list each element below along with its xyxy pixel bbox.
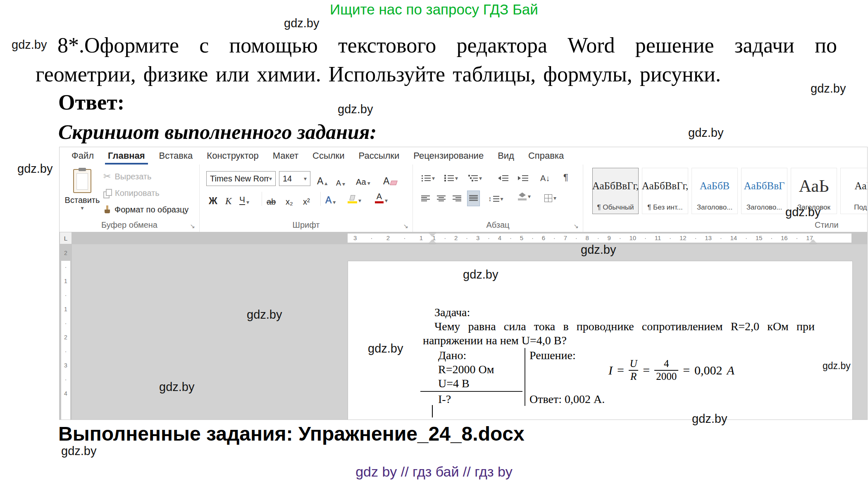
footer-links[interactable]: gdz by // гдз бай // гдз by — [0, 464, 868, 480]
style-label: Заголово... — [746, 203, 782, 212]
font-dialog-launcher-icon[interactable]: ↘ — [403, 223, 408, 229]
highlight-color-button[interactable]: ▾ — [348, 190, 361, 203]
line-spacing-button[interactable]: ↕ ▾ — [488, 193, 503, 205]
underline-button[interactable]: Ч ▾ — [239, 192, 249, 205]
font-color-letter: А — [377, 192, 382, 200]
fraction-4-2000: 4 2000 — [654, 358, 678, 383]
copy-label: Копировать — [115, 188, 160, 198]
justify-button[interactable] — [467, 191, 479, 206]
subscript-button[interactable]: x₂ — [286, 193, 293, 206]
show-marks-button[interactable]: ¶ — [563, 171, 568, 184]
doc-problem-line2: напряжении на нем U=4,0 В? — [423, 334, 567, 347]
decrease-indent-button[interactable] — [498, 172, 508, 184]
font-color-icon: А — [375, 192, 384, 203]
shrink-font-button[interactable]: А ▾ — [336, 174, 345, 187]
watermark: gdz.by — [811, 82, 846, 95]
grow-font-button[interactable]: А ▴ — [317, 173, 327, 186]
styles-group-label: Стили — [815, 220, 868, 230]
clipboard-dialog-launcher-icon[interactable]: ↘ — [190, 223, 195, 229]
sort-button[interactable]: А↓ — [540, 172, 550, 184]
watermark: gdz.by — [247, 308, 282, 322]
style-subtitle[interactable]: АаБ Под... — [840, 168, 868, 214]
format-painter-label: Формат по образцу — [114, 205, 188, 215]
clipboard-group-label: Буфер обмена — [60, 220, 199, 230]
tab-references[interactable]: Ссылки — [305, 147, 351, 165]
doc-given-1: R=2000 Ом — [438, 363, 494, 376]
document-page[interactable]: Задача: Чему равна сила тока в проводник… — [348, 261, 853, 420]
text-effects-button[interactable]: А ▾ — [325, 192, 336, 205]
font-family-combobox[interactable]: Times New Rom ▾ — [206, 171, 276, 186]
watermark: gdz.by — [368, 342, 403, 355]
formula-lhs: I — [608, 363, 613, 377]
style-normal[interactable]: АаБбВвГг, ¶ Обычный — [592, 168, 639, 214]
lines-icon — [493, 196, 499, 202]
clipboard-group: Вставить ▾ ✂ Вырезать Копировать Формат … — [60, 165, 200, 232]
copy-button[interactable]: Копировать — [103, 187, 160, 199]
clear-formatting-button[interactable]: А — [383, 173, 397, 186]
borders-button[interactable]: ▾ — [544, 192, 556, 204]
tab-references-label: Ссылки — [312, 150, 344, 161]
tab-design[interactable]: Конструктор — [200, 147, 265, 165]
font-size-combobox[interactable]: 14 ▾ — [279, 171, 310, 186]
chevron-down-icon: ▾ — [81, 205, 83, 211]
strikethrough-button[interactable]: ab — [267, 193, 276, 206]
tab-file[interactable]: Файл — [64, 147, 101, 165]
paste-button[interactable]: Вставить ▾ — [64, 168, 101, 221]
increase-indent-button[interactable] — [518, 172, 528, 184]
tab-review-label: Рецензирование — [413, 150, 484, 161]
cut-button[interactable]: ✂ Вырезать — [103, 170, 151, 183]
right-indent-marker[interactable] — [810, 240, 816, 243]
chevron-down-icon: ▾ — [553, 195, 556, 201]
tab-selector[interactable]: L — [60, 232, 72, 244]
bold-button[interactable]: Ж — [209, 193, 217, 206]
align-right-button[interactable] — [453, 193, 461, 205]
change-case-letters: Аа — [356, 178, 366, 186]
style-label: Под... — [854, 203, 868, 212]
shrink-font-letter: А — [336, 179, 341, 187]
format-painter-button[interactable]: Формат по образцу — [103, 203, 188, 216]
tab-layout[interactable]: Макет — [266, 147, 305, 165]
text-effects-letter: А — [325, 196, 331, 205]
style-sample: АаБбВ — [700, 168, 730, 203]
brush-icon — [103, 205, 111, 214]
separator — [262, 192, 262, 206]
tab-home[interactable]: Главная — [101, 147, 152, 165]
shading-button[interactable]: ▾ — [518, 190, 531, 203]
multilevel-list-button[interactable]: ▾ — [468, 172, 482, 184]
answer-label: Ответ: — [58, 90, 124, 114]
up-down-arrow-icon: ↕ — [488, 196, 492, 203]
style-label: ¶ Без инт... — [647, 203, 683, 212]
font-color-button[interactable]: А ▾ — [375, 190, 388, 203]
align-center-button[interactable] — [437, 193, 446, 205]
hanging-indent-marker[interactable] — [429, 240, 436, 243]
superscript-button[interactable]: x² — [303, 193, 310, 206]
chevron-down-icon: ▾ — [501, 196, 503, 202]
formula-result-unit: А — [727, 363, 734, 377]
tab-insert[interactable]: Вставка — [152, 147, 200, 165]
numerator: 4 — [664, 358, 669, 370]
first-line-indent-marker[interactable] — [429, 233, 436, 236]
style-heading2[interactable]: АаБбВвГ Заголово... — [741, 168, 787, 214]
copy-icon — [103, 189, 111, 198]
tab-mailings[interactable]: Рассылки — [352, 147, 407, 165]
watermark: gdz.by — [159, 380, 194, 394]
tab-review[interactable]: Рецензирование — [406, 147, 491, 165]
tab-view[interactable]: Вид — [491, 147, 521, 165]
chevron-down-icon: ▾ — [333, 199, 336, 205]
tab-help[interactable]: Справка — [521, 147, 571, 165]
cut-label: Вырезать — [114, 172, 151, 181]
numbering-button[interactable]: ▾ — [444, 172, 458, 184]
italic-button[interactable]: К — [225, 193, 231, 206]
align-left-button[interactable] — [421, 193, 430, 205]
paste-label: Вставить — [65, 196, 100, 205]
bullets-button[interactable]: ▾ — [421, 172, 435, 184]
paragraph-dialog-launcher-icon[interactable]: ↘ — [573, 223, 579, 229]
watermark: gdz.by — [12, 38, 47, 52]
ribbon: Вставить ▾ ✂ Вырезать Копировать Формат … — [60, 165, 867, 232]
font-family-value: Times New Rom — [210, 174, 269, 184]
doc-find: I-? — [438, 393, 451, 406]
style-heading1[interactable]: АаБбВ Заголово... — [692, 168, 738, 214]
style-no-spacing[interactable]: АаБбВвГг, ¶ Без инт... — [642, 168, 688, 214]
tab-selector-icon: L — [64, 235, 67, 242]
change-case-button[interactable]: Аа ▾ — [356, 173, 370, 186]
